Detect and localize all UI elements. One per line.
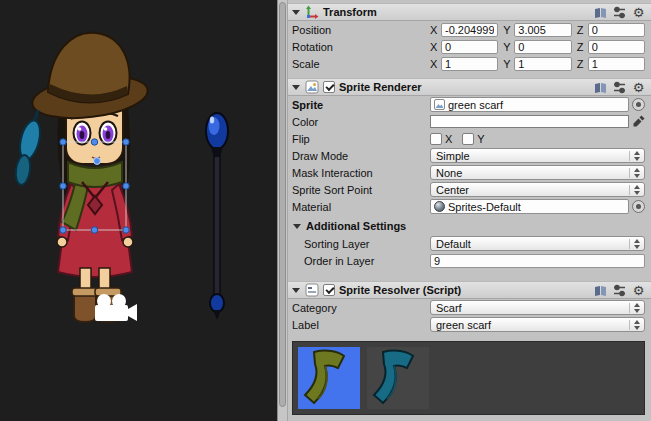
transform-header[interactable]: Transform ⚙ — [288, 3, 651, 21]
unity-editor-window: Transform ⚙ Position X Y Z — [0, 0, 651, 421]
position-z-field[interactable] — [588, 23, 645, 37]
gear-icon[interactable]: ⚙ — [631, 5, 646, 19]
scale-y-field[interactable] — [514, 57, 571, 71]
transform-rotation-row: Rotation X Y Z — [288, 38, 651, 55]
mask-interaction-dropdown[interactable]: None — [430, 165, 645, 180]
axis-y-label: Y — [503, 41, 514, 53]
pivot-handle[interactable] — [94, 158, 101, 165]
sprite-sort-point-label: Sprite Sort Point — [292, 184, 430, 196]
material-object-field[interactable]: Sprites-Default — [430, 199, 629, 214]
inspector-panel: Transform ⚙ Position X Y Z — [288, 0, 651, 421]
gear-icon[interactable]: ⚙ — [631, 283, 646, 297]
label-dropdown[interactable]: green scarf — [430, 317, 645, 332]
object-picker-icon[interactable] — [632, 98, 645, 111]
foldout-arrow-icon[interactable] — [292, 288, 300, 293]
presets-icon[interactable] — [612, 283, 627, 297]
flip-y-checkbox[interactable] — [462, 133, 474, 145]
additional-settings-foldout[interactable]: Additional Settings — [288, 217, 651, 235]
dropdown-arrows-icon — [629, 303, 643, 313]
axis-z-label: Z — [577, 58, 588, 70]
help-book-icon[interactable] — [593, 80, 608, 94]
feather — [14, 110, 44, 186]
component-title: Sprite Resolver (Script) — [339, 284, 461, 296]
help-book-icon[interactable] — [593, 283, 608, 297]
mask-interaction-label: Mask Interaction — [292, 167, 430, 179]
transform-position-row: Position X Y Z — [288, 21, 651, 38]
order-in-layer-row: Order in Layer — [288, 252, 651, 269]
sprite-object-name: green scarf — [448, 99, 625, 111]
scene-view[interactable] — [0, 0, 277, 421]
staff-sprite[interactable] — [206, 113, 228, 320]
rotation-x-field[interactable] — [441, 40, 498, 54]
scale-z-field[interactable] — [588, 57, 645, 71]
character-sprite[interactable] — [14, 33, 150, 322]
label-label: Label — [292, 319, 430, 331]
scarf — [68, 162, 122, 187]
foldout-arrow-icon[interactable] — [292, 10, 300, 15]
rotation-y-field[interactable] — [514, 40, 571, 54]
material-object-name: Sprites-Default — [448, 201, 625, 213]
foldout-arrow-icon[interactable] — [293, 224, 301, 229]
sprite-asset-icon — [434, 99, 445, 110]
axis-z-label: Z — [577, 24, 588, 36]
position-label: Position — [292, 24, 430, 36]
draw-mode-row: Draw Mode Simple — [288, 147, 651, 164]
scrollbar-thumb[interactable] — [279, 2, 286, 407]
dropdown-arrows-icon — [629, 239, 643, 249]
eyedropper-icon[interactable] — [633, 115, 645, 129]
draw-mode-dropdown[interactable]: Simple — [430, 148, 645, 163]
category-label: Category — [292, 302, 430, 314]
order-in-layer-field[interactable] — [430, 254, 645, 268]
rotation-z-field[interactable] — [588, 40, 645, 54]
sprite-renderer-header[interactable]: Sprite Renderer ⚙ — [288, 78, 651, 96]
color-swatch[interactable] — [430, 115, 629, 128]
component-enabled-checkbox[interactable] — [323, 81, 335, 93]
help-book-icon[interactable] — [593, 5, 608, 19]
flip-x-label: X — [445, 133, 452, 145]
sorting-layer-row: Sorting Layer Default — [288, 235, 651, 252]
dropdown-arrows-icon — [629, 185, 643, 195]
rotation-label: Rotation — [292, 41, 430, 53]
sprite-renderer-icon — [304, 80, 319, 94]
axis-z-label: Z — [577, 41, 588, 53]
scene-canvas — [0, 0, 277, 421]
flip-y-label: Y — [477, 133, 484, 145]
order-in-layer-label: Order in Layer — [292, 255, 430, 267]
scale-x-field[interactable] — [441, 57, 498, 71]
blue-scarf-thumb-icon — [367, 347, 429, 409]
flip-label: Flip — [292, 133, 430, 145]
color-row: Color — [288, 113, 651, 130]
presets-icon[interactable] — [612, 5, 627, 19]
draw-mode-label: Draw Mode — [292, 150, 430, 162]
sprite-sort-point-dropdown[interactable]: Center — [430, 182, 645, 197]
sprite-sort-point-row: Sprite Sort Point Center — [288, 181, 651, 198]
flip-row: Flip X Y — [288, 130, 651, 147]
camera-gizmo-icon — [95, 294, 137, 321]
sprite-thumbnail-blue-scarf[interactable] — [367, 347, 429, 409]
object-picker-icon[interactable] — [632, 200, 645, 213]
foldout-arrow-icon[interactable] — [292, 85, 300, 90]
sprite-label: Sprite — [292, 99, 430, 111]
position-x-field[interactable] — [441, 23, 498, 37]
sprite-thumbnail-green-scarf[interactable] — [298, 347, 360, 409]
green-scarf-thumb-icon — [298, 347, 360, 409]
mask-interaction-row: Mask Interaction None — [288, 164, 651, 181]
inspector-scrollbar[interactable] — [277, 0, 288, 421]
presets-icon[interactable] — [612, 80, 627, 94]
gear-icon[interactable]: ⚙ — [631, 80, 646, 94]
sorting-layer-dropdown[interactable]: Default — [430, 236, 645, 251]
color-label: Color — [292, 116, 430, 128]
sprite-resolver-header[interactable]: Sprite Resolver (Script) ⚙ — [288, 281, 651, 299]
sprite-resolver-icon — [304, 283, 319, 297]
component-enabled-checkbox[interactable] — [323, 284, 335, 296]
axis-x-label: X — [430, 24, 441, 36]
category-dropdown[interactable]: Scarf — [430, 300, 645, 315]
axis-x-label: X — [430, 58, 441, 70]
flip-x-checkbox[interactable] — [430, 133, 442, 145]
material-label: Material — [292, 201, 430, 213]
position-y-field[interactable] — [514, 23, 571, 37]
dropdown-arrows-icon — [629, 151, 643, 161]
material-row: Material Sprites-Default — [288, 198, 651, 215]
sprite-object-field[interactable]: green scarf — [430, 97, 629, 112]
component-title: Transform — [323, 6, 377, 18]
